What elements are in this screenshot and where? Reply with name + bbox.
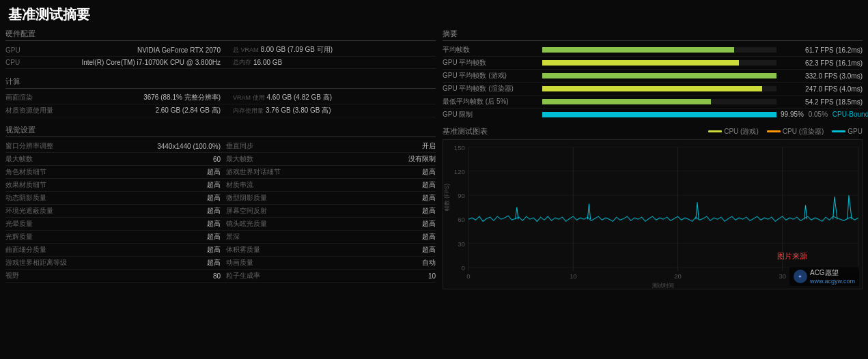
- legend-item: CPU (渲染器): [767, 127, 824, 137]
- cpu-value: Intel(R) Core(TM) i7-10700K CPU @ 3.800H…: [81, 59, 221, 66]
- svg-text:30: 30: [458, 240, 465, 248]
- summary-bar-container: [542, 73, 776, 78]
- summary-row-value: 54.2 FPS (18.5ms): [781, 98, 863, 106]
- visual-col-value: 超高: [207, 206, 221, 216]
- visual-col-label2: 镜头眩光质量: [226, 219, 422, 229]
- visual-col-label: 曲面细分质量: [5, 245, 207, 255]
- cpu-label: CPU: [5, 59, 81, 66]
- summary-row-label: GPU 平均帧数 (渲染器): [443, 84, 538, 94]
- svg-text:30: 30: [779, 273, 786, 281]
- summary-row-label: 最低平均帧数 (后 5%): [443, 97, 538, 106]
- visual-col-value2: 超高: [422, 219, 436, 229]
- svg-text:帧数 (FPS): 帧数 (FPS): [443, 184, 450, 211]
- visual-row: 游戏世界相距离等级 超高 动画质量 自动: [5, 257, 436, 270]
- legend-label: GPU: [848, 128, 863, 135]
- visual-col-value2: 超高: [422, 232, 436, 242]
- left-panel: 硬件配置 GPU NVIDIA GeForce RTX 2070 总 VRAM …: [5, 27, 436, 289]
- svg-text:120: 120: [454, 168, 465, 175]
- summary-bar-fill: [542, 47, 734, 53]
- vram-value: 8.00 GB (7.09 GB 可用): [261, 45, 333, 55]
- summary-rows: 平均帧数 61.7 FPS (16.2ms) GPU 平均帧数 62.3 FPS…: [443, 44, 863, 109]
- visual-col-label: 动态阴影质量: [5, 193, 207, 203]
- right-panel: 摘要 平均帧数 61.7 FPS (16.2ms) GPU 平均帧数 62.3 …: [436, 27, 863, 289]
- visual-row: 曲面细分质量 超高 体积雾质量 超高: [5, 244, 436, 257]
- summary-bar-fill: [542, 60, 739, 66]
- compute-material-row: 材质资源使用量 2.60 GB (2.84 GB 高) 内存使用量 3.76 G…: [5, 104, 436, 117]
- visual-col-value: 超高: [207, 245, 221, 255]
- visual-col-label: 效果材质细节: [5, 180, 207, 190]
- summary-bar-fill: [542, 73, 776, 78]
- visual-col-value2: 开启: [422, 141, 436, 151]
- svg-text:0: 0: [461, 264, 464, 272]
- visual-rows: 窗口分辨率调整 3440x1440 (100.0%) 垂直同步 开启 最大帧数 …: [5, 140, 436, 283]
- summary-row-label: GPU 平均帧数 (游戏): [443, 71, 538, 81]
- visual-col-value2: 超高: [422, 167, 436, 177]
- watermark-brand: ACG愿望: [810, 268, 855, 278]
- visual-col-label: 最大帧数: [5, 154, 213, 164]
- visual-col-label2: 体积雾质量: [226, 245, 422, 255]
- visual-col-value: 超高: [207, 167, 221, 177]
- hardware-cpu-row: CPU Intel(R) Core(TM) i7-10700K CPU @ 3.…: [5, 57, 436, 69]
- summary-row: GPU 平均帧数 62.3 FPS (16.1ms): [443, 57, 863, 70]
- legend-label: CPU (渲染器): [783, 127, 824, 137]
- compute-surface-row: 画面渲染 3676 (88.1% 完整分辨率) VRAM 使用 4.60 GB …: [5, 91, 436, 104]
- visual-col-label2: 粒子生成率: [226, 271, 428, 281]
- visual-col-label: 游戏世界相距离等级: [5, 258, 207, 268]
- visual-row: 效果材质细节 超高 材质串流 超高: [5, 179, 436, 192]
- visual-col-label2: 游戏世界对话细节: [226, 167, 422, 177]
- summary-title: 摘要: [443, 27, 863, 41]
- summary-row-value: 61.7 FPS (16.2ms): [781, 46, 863, 54]
- gpu-bound-fill: [542, 112, 776, 117]
- gpu-bound-row: GPU 限制 99.95% 0.05% CPU-Bound 工作: [443, 109, 863, 121]
- visual-title: 视觉设置: [5, 123, 436, 137]
- gpu-bound-bar: [542, 112, 776, 117]
- visual-col-label: 环境光遮蔽质量: [5, 206, 207, 216]
- visual-section: 视觉设置 窗口分辨率调整 3440x1440 (100.0%) 垂直同步 开启 …: [5, 123, 436, 283]
- visual-row: 最大帧数 60 最大帧数 没有限制: [5, 153, 436, 166]
- visual-row: 角色材质细节 超高 游戏世界对话细节 超高: [5, 166, 436, 179]
- gpu-value: NVIDIA GeForce RTX 2070: [137, 46, 221, 54]
- summary-bar-fill: [542, 86, 762, 91]
- summary-row-value: 332.0 FPS (3.0ms): [781, 72, 863, 80]
- gpu-bound-secondary: 0.05%: [809, 111, 828, 118]
- visual-col-label2: 屏幕空间反射: [226, 206, 422, 216]
- visual-col-value: 80: [213, 272, 221, 280]
- visual-col-value2: 自动: [422, 258, 436, 268]
- summary-bar-container: [542, 99, 776, 104]
- visual-row: 光晕质量 超高 镜头眩光质量 超高: [5, 218, 436, 231]
- visual-col-value: 超高: [207, 258, 221, 268]
- visual-row: 动态阴影质量 超高 微型阴影质量 超高: [5, 192, 436, 205]
- chart-section: 基准测试图表 CPU (游戏) CPU (渲染器) GPU: [443, 126, 863, 289]
- gpu-bound-value: 99.95%: [781, 111, 804, 118]
- summary-bar-container: [542, 86, 776, 91]
- source-tag: 图片来源: [777, 251, 807, 261]
- watermark-logo: ✦: [794, 270, 807, 283]
- chart-title: 基准测试图表: [443, 126, 488, 137]
- surface-label: 画面渲染: [5, 93, 143, 102]
- page-title: 基准测试摘要: [0, 0, 868, 27]
- visual-row: 窗口分辨率调整 3440x1440 (100.0%) 垂直同步 开启: [5, 140, 436, 153]
- vram-use-value: 4.60 GB (4.82 GB 高): [267, 93, 333, 102]
- svg-text:0: 0: [466, 273, 470, 281]
- gpu-label: GPU: [5, 46, 137, 54]
- summary-bar-container: [542, 60, 776, 66]
- material-value: 2.60 GB (2.84 GB 高): [155, 106, 221, 115]
- summary-row: 最低平均帧数 (后 5%) 54.2 FPS (18.5ms): [443, 96, 863, 109]
- visual-col-label: 视野: [5, 271, 213, 281]
- summary-section: 摘要 平均帧数 61.7 FPS (16.2ms) GPU 平均帧数 62.3 …: [443, 27, 863, 121]
- visual-row: 光辉质量 超高 景深 超高: [5, 231, 436, 244]
- chart-area: 150 120 90 60 30 0 0 10 20 30 帧数 (FPS) 测…: [443, 139, 863, 289]
- summary-bar-fill: [542, 99, 711, 104]
- visual-col-label: 光晕质量: [5, 219, 207, 229]
- hardware-section: 硬件配置 GPU NVIDIA GeForce RTX 2070 总 VRAM …: [5, 27, 436, 69]
- gpu-bound-tag: CPU-Bound: [832, 111, 868, 118]
- visual-col-value2: 超高: [422, 206, 436, 216]
- summary-row: 平均帧数 61.7 FPS (16.2ms): [443, 44, 863, 57]
- svg-text:测试时间: 测试时间: [652, 282, 674, 289]
- visual-col-value: 超高: [207, 219, 221, 229]
- gpu-bound-values: 99.95% 0.05% CPU-Bound 工作: [781, 110, 863, 119]
- visual-col-label2: 垂直同步: [226, 141, 422, 151]
- visual-col-label: 窗口分辨率调整: [5, 141, 157, 151]
- compute-title: 计算: [5, 74, 436, 89]
- visual-col-value2: 10: [428, 272, 436, 280]
